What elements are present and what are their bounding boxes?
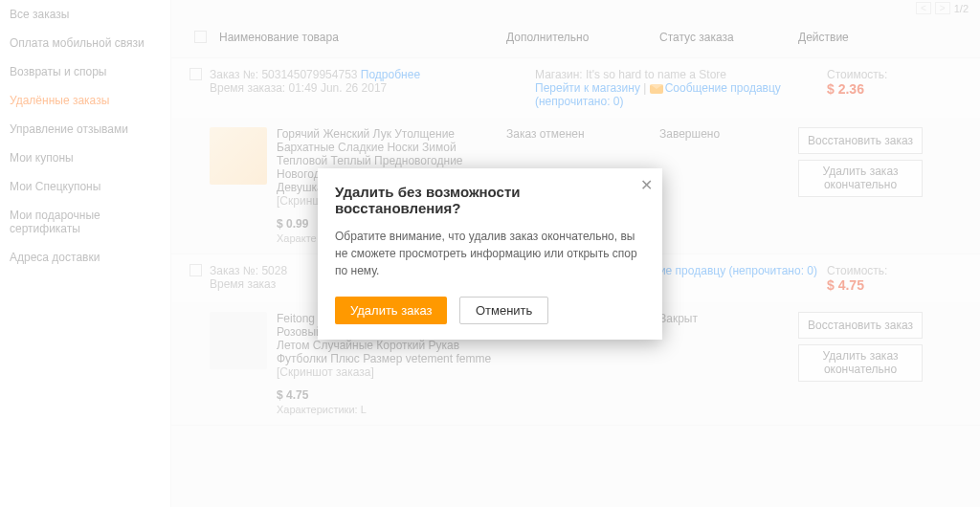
confirm-modal: ✕ Удалить без возможности восстановления… [318, 168, 662, 340]
modal-title: Удалить без возможности восстановления? [335, 184, 645, 216]
confirm-delete-button[interactable]: Удалить заказ [335, 297, 447, 324]
close-icon[interactable]: ✕ [640, 176, 653, 194]
modal-overlay: ✕ Удалить без возможности восстановления… [0, 0, 980, 507]
cancel-button[interactable]: Отменить [459, 297, 548, 324]
modal-body: Обратите внимание, что удалив заказ окон… [335, 228, 645, 279]
